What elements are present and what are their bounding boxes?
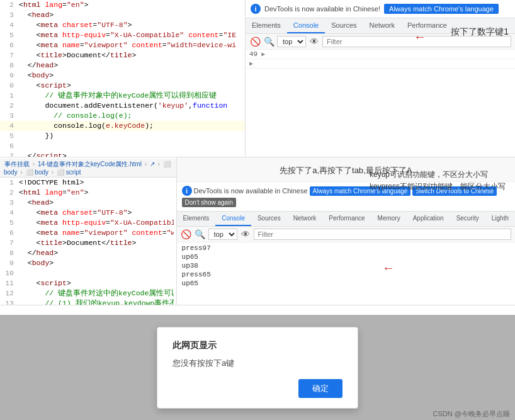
right-annotation-arrow: ← bbox=[385, 261, 392, 276]
tab-lighthouse[interactable]: Lighth bbox=[485, 212, 515, 226]
console-entry: press97 bbox=[177, 244, 515, 253]
code-line: 6 <meta name="viewport" content="width=d… bbox=[0, 228, 176, 238]
dialog-footer: 确定 bbox=[173, 379, 342, 398]
code-line: 2 <html lang="en"> bbox=[0, 188, 176, 198]
context-select[interactable]: top bbox=[277, 36, 306, 47]
code-line: 5 }) bbox=[0, 131, 245, 141]
console-output-middle: press97 up65 up38 press65 up65 bbox=[177, 242, 515, 305]
notice-text: DevTools is now available in Chinese! bbox=[264, 5, 380, 13]
code-line: 9 <body> bbox=[0, 71, 245, 81]
top-annotation-label: 按下了数字键1 bbox=[451, 26, 509, 38]
code-line: 7 <title>Document</title> bbox=[0, 238, 176, 248]
code-line: 6 <meta name="viewport" content="width=d… bbox=[0, 40, 245, 50]
tab-network2[interactable]: Network bbox=[287, 212, 323, 226]
code-editor-top: 2 <html lang="en"> 3 <head> 4 <meta char… bbox=[0, 0, 246, 157]
tab-performance2[interactable]: Performance bbox=[322, 212, 371, 226]
devtools-tabs2: Elements Console Sources Network Perform… bbox=[177, 212, 515, 227]
code-line: 8 </head> bbox=[0, 60, 245, 71]
code-line: 9 <body> bbox=[0, 258, 176, 268]
devtools-toolbar2: 🚫 🔍 top 👁 bbox=[177, 227, 515, 242]
code-line: 6 bbox=[0, 141, 245, 151]
code-line: 1 <!DOCTYPE html> bbox=[0, 178, 176, 188]
code-line: 3 <head> bbox=[0, 10, 245, 20]
tab-console2[interactable]: Console bbox=[215, 212, 251, 226]
clear-console-icon2[interactable]: 🚫 bbox=[181, 229, 192, 240]
code-line: 2 <html lang="en"> bbox=[0, 0, 245, 10]
tab-console[interactable]: Console bbox=[287, 18, 325, 33]
code-line: 4 <meta charset="UTF-8"> bbox=[0, 208, 176, 218]
filter-input2[interactable] bbox=[254, 229, 511, 240]
context-select2[interactable]: top bbox=[208, 229, 237, 240]
eye-icon2[interactable]: 👁 bbox=[240, 229, 251, 240]
code-line: 1 // 键盘事件对象中的keyCode属性可以得到相应键 bbox=[0, 91, 245, 101]
tab-sources[interactable]: Sources bbox=[325, 18, 363, 33]
top-section: 2 <html lang="en"> 3 <head> 4 <meta char… bbox=[0, 0, 515, 157]
console-output-top: 49 ▶ ▶ bbox=[246, 50, 515, 157]
dialog-overlay: 此网页显示 您没有按按下a键 确定 bbox=[0, 315, 515, 420]
filter-icon2[interactable]: 🔍 bbox=[195, 229, 206, 240]
code-line: 4 <meta charset="UTF-8"> bbox=[0, 20, 245, 30]
tab-memory[interactable]: Memory bbox=[371, 212, 407, 226]
tab-network[interactable]: Network bbox=[363, 18, 401, 33]
dialog-ok-button[interactable]: 确定 bbox=[298, 379, 342, 398]
code-line: 13 // (1) 我们的keyup,keydown事件不区分字母大小写 a 9… bbox=[0, 298, 176, 305]
code-line: 5 <meta http-equiv="X-UA-Compatible" con… bbox=[0, 218, 176, 228]
console-line: ▶ bbox=[246, 59, 515, 69]
dont-show-button[interactable]: Don't show again bbox=[182, 198, 236, 207]
console-line: 49 ▶ bbox=[246, 50, 515, 59]
notice-text2: DevTools is now available in Chinese bbox=[194, 187, 308, 195]
filter-icon[interactable]: 🔍 bbox=[263, 36, 274, 47]
dialog-box: 此网页显示 您没有按按下a键 确定 bbox=[157, 327, 358, 409]
code-line: 2 document.addEventListener('keyup',func… bbox=[0, 101, 245, 111]
eye-icon[interactable]: 👁 bbox=[308, 36, 320, 47]
code-line: 3 <head> bbox=[0, 198, 176, 208]
tab-performance[interactable]: Performance bbox=[401, 18, 453, 33]
console-entry: press65 bbox=[177, 270, 515, 279]
code-line: 0 <script> bbox=[0, 81, 245, 91]
dialog-title: 此网页显示 bbox=[173, 340, 342, 351]
tab-sources2[interactable]: Sources bbox=[251, 212, 287, 226]
breadcrumb: 事件挂载 › 14·键盘事件对象之keyCode属性.html › ↗ › ⬜ … bbox=[0, 159, 176, 178]
info-icon: i bbox=[251, 4, 261, 14]
code-line: 11 <script> bbox=[0, 278, 176, 288]
devtools-panel-top: i DevTools is now available in Chinese! … bbox=[246, 0, 515, 157]
code-line: 8 </head> bbox=[0, 248, 176, 258]
code-line: 12 // 键盘事件对这中的keyCode属性可以得到相应ACSII码值 bbox=[0, 288, 176, 298]
code-line: 7 <title>Document</title> bbox=[0, 50, 245, 60]
code-editor-middle: 事件挂载 › 14·键盘事件对象之keyCode属性.html › ↗ › ⬜ … bbox=[0, 157, 177, 305]
match-language-button[interactable]: Always match Chrome's language bbox=[384, 4, 499, 14]
clear-console-icon[interactable]: 🚫 bbox=[249, 36, 261, 47]
tab-application[interactable]: Application bbox=[407, 212, 450, 226]
console-entry: up65 bbox=[177, 253, 515, 261]
right-annotation: keyup可识别功能键，不区分大小写 keypress不能识别功能键，能区分大小… bbox=[370, 169, 506, 193]
code-line: 10 bbox=[0, 268, 176, 278]
code-line: 5 <meta http-equiv="X-UA-Compatible" con… bbox=[0, 30, 245, 40]
tab-elements2[interactable]: Elements bbox=[177, 212, 216, 226]
code-line: 7 </script> bbox=[0, 151, 245, 157]
console-entry: up38 bbox=[177, 261, 515, 270]
console-entry: up65 bbox=[177, 279, 515, 288]
code-line-highlighted: 4 console.log(e.keyCode); bbox=[0, 121, 245, 131]
devtools-notice: i DevTools is now available in Chinese! … bbox=[246, 0, 515, 18]
top-annotation-arrow: ← bbox=[416, 30, 424, 45]
tab-security[interactable]: Security bbox=[450, 212, 485, 226]
info-icon2: i bbox=[182, 186, 192, 196]
code-line: 3 // console.log(e); bbox=[0, 111, 245, 121]
tab-elements[interactable]: Elements bbox=[246, 18, 287, 33]
dialog-message: 您没有按按下a键 bbox=[173, 358, 342, 369]
